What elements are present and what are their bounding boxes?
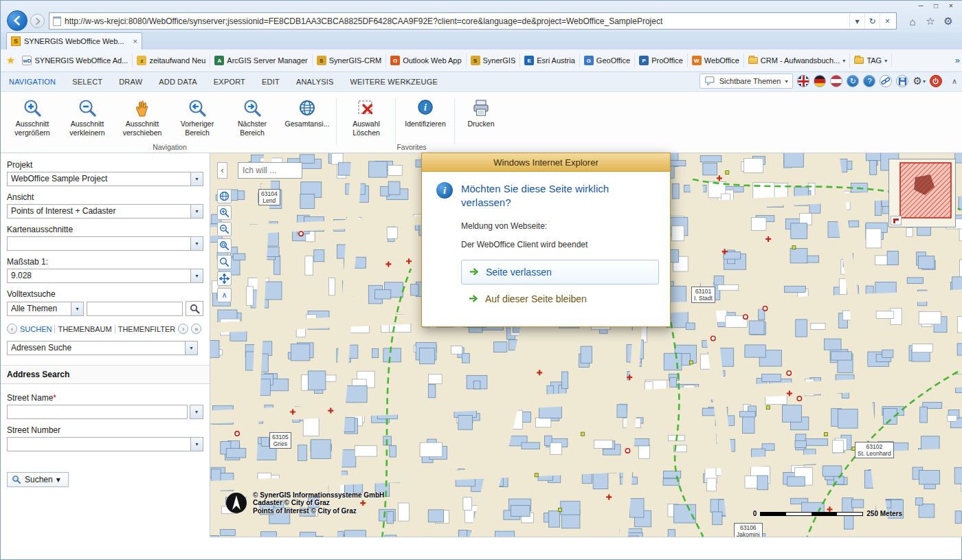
- map-pan-icon[interactable]: [217, 271, 232, 286]
- tab-select[interactable]: SELECT: [72, 78, 102, 86]
- help-icon[interactable]: ?: [863, 75, 875, 87]
- zoom-out-button[interactable]: Ausschnittverkleinern: [60, 94, 115, 139]
- reload-icon[interactable]: ↻: [847, 75, 859, 87]
- chevron-down-icon[interactable]: ▾: [71, 302, 83, 315]
- tools-gear-icon[interactable]: ⚙: [941, 14, 956, 29]
- favorites-item[interactable]: TAG▾: [850, 54, 892, 67]
- suchen-button[interactable]: Suchen ▾: [7, 472, 69, 487]
- favorites-item[interactable]: OOutlook Web App: [386, 54, 466, 67]
- tab-edit[interactable]: EDIT: [262, 78, 280, 86]
- leave-page-button[interactable]: Seite verlassen: [461, 260, 659, 284]
- language-english-icon[interactable]: [797, 75, 809, 87]
- tabs-scroll-left-icon[interactable]: ‹: [7, 324, 17, 334]
- identify-icon: i: [416, 94, 435, 117]
- map-zoom-window-icon[interactable]: [217, 238, 232, 253]
- volltextsuche-scope-select[interactable]: Alle Themen ▾: [7, 302, 84, 316]
- tab-themenfilter[interactable]: THEMENFILTER: [118, 325, 176, 333]
- button-label: Ausschnitt: [71, 120, 104, 128]
- tab-draw[interactable]: DRAW: [119, 78, 142, 86]
- favorites-item[interactable]: SSynerGIS: [467, 54, 521, 67]
- tab-navigation[interactable]: NAVIGATION: [9, 78, 56, 86]
- tab-add-data[interactable]: ADD DATA: [159, 78, 197, 86]
- collapse-ribbon-icon[interactable]: ∧: [952, 77, 957, 86]
- favorites-item[interactable]: zzeitaufwand Neu: [133, 54, 210, 67]
- language-austrian-icon[interactable]: [830, 75, 842, 87]
- favorites-item[interactable]: AArcGIS Server Manager: [210, 54, 312, 67]
- tab-close-icon[interactable]: ×: [133, 37, 137, 45]
- massstab-select[interactable]: 9.028 ▾: [7, 269, 203, 283]
- add-favorite-icon[interactable]: ★: [6, 54, 15, 67]
- previous-extent-button[interactable]: VorherigerBereich: [170, 94, 225, 139]
- street-number-select[interactable]: ▾: [7, 437, 203, 451]
- map-zoom-scale-icon[interactable]: [217, 255, 232, 269]
- favorites-item[interactable]: WWebOffice: [688, 54, 744, 67]
- save-icon[interactable]: [896, 75, 908, 87]
- chevron-down-icon[interactable]: ▾: [185, 341, 197, 355]
- chevron-down-icon[interactable]: ▾: [190, 205, 203, 218]
- back-button[interactable]: [7, 10, 27, 31]
- chevron-down-icon[interactable]: ▾: [190, 172, 203, 186]
- autocomplete-dropdown-icon[interactable]: ▾: [849, 14, 864, 28]
- close-button[interactable]: ×: [943, 1, 959, 12]
- ansicht-select[interactable]: Points of Interest + Cadaster ▾: [7, 204, 203, 219]
- clear-selection-button[interactable]: AuswahlLöschen: [339, 94, 394, 139]
- pan-button[interactable]: Ausschnittverschieben: [115, 94, 170, 139]
- maximize-button[interactable]: □: [928, 1, 943, 12]
- visible-themes-button[interactable]: Sichtbare Themen ▾: [700, 74, 794, 89]
- link-icon[interactable]: [880, 75, 892, 87]
- favorites-item[interactable]: PProOffice: [635, 54, 688, 67]
- tab-themenbaum[interactable]: THEMENBAUM: [58, 325, 111, 333]
- ich-will-input[interactable]: [238, 162, 302, 179]
- forward-button[interactable]: [30, 14, 45, 28]
- logout-power-icon[interactable]: [930, 75, 942, 87]
- map-globe-icon[interactable]: [217, 189, 232, 203]
- chevron-down-icon[interactable]: ▾: [190, 269, 203, 282]
- browser-tab[interactable]: S SYNERGIS WebOffice Web... ×: [6, 32, 142, 49]
- map-zoom-out-icon[interactable]: [217, 222, 232, 236]
- minimize-button[interactable]: ─: [913, 1, 928, 12]
- identify-button[interactable]: i Identifizieren: [398, 94, 453, 139]
- search-type-select[interactable]: Adressen Suche ▾: [7, 341, 198, 355]
- full-extent-button[interactable]: Gesamtansi...: [280, 94, 335, 139]
- favorites-item[interactable]: GGeoOffice: [580, 54, 635, 67]
- favorites-item[interactable]: EEsri Austria: [520, 54, 580, 67]
- dialog-titlebar[interactable]: Windows Internet Explorer: [422, 153, 670, 172]
- map-zoom-in-icon[interactable]: [217, 205, 232, 220]
- tool-strip-collapse-icon[interactable]: ∧: [217, 288, 232, 302]
- url-text[interactable]: http://w-ws-krejci:8080/WebOffice/synser…: [65, 16, 849, 26]
- browser-window: ─ □ × http://w-ws-krejci:8080/WebOffice/…: [0, 0, 962, 560]
- tab-export[interactable]: EXPORT: [214, 78, 245, 86]
- street-name-input[interactable]: [7, 405, 188, 419]
- settings-gear-icon[interactable]: ⚙▾: [913, 75, 925, 87]
- tab-suchen[interactable]: SUCHEN: [20, 325, 52, 333]
- stay-on-page-button[interactable]: Auf dieser Seite bleiben: [461, 288, 659, 310]
- projekt-select[interactable]: WebOffice Sample Project ▾: [7, 172, 203, 186]
- next-extent-button[interactable]: NächsterBereich: [225, 94, 280, 139]
- favorites-overflow-icon[interactable]: »: [955, 55, 960, 65]
- zoom-in-button[interactable]: Ausschnittvergrößern: [5, 94, 60, 139]
- street-name-dropdown-icon[interactable]: ▾: [190, 405, 203, 419]
- overview-toggle-button[interactable]: [891, 216, 902, 225]
- street-number-value: [8, 438, 190, 451]
- tabs-scroll-right-icon[interactable]: ›: [178, 324, 188, 334]
- tab-weitere-werkzeuge[interactable]: WEITERE WERKZEUGE: [350, 78, 438, 86]
- language-german-icon[interactable]: [814, 75, 826, 87]
- home-icon[interactable]: ⌂: [905, 14, 920, 29]
- chevron-down-icon[interactable]: ▾: [190, 237, 203, 250]
- collapse-sidebar-icon[interactable]: ‹: [217, 162, 227, 179]
- favorites-item[interactable]: SSynerGIS-CRM: [313, 54, 386, 67]
- kartenausschnitte-select[interactable]: ▾: [7, 236, 203, 251]
- address-bar[interactable]: http://w-ws-krejci:8080/WebOffice/synser…: [49, 12, 897, 30]
- overview-map[interactable]: [888, 159, 956, 227]
- favorites-item[interactable]: CRM - Aufwandsbuch...▾: [744, 54, 851, 67]
- print-button[interactable]: Drucken: [457, 94, 505, 139]
- favorites-star-icon[interactable]: ☆: [923, 14, 938, 29]
- volltextsuche-search-button[interactable]: [186, 301, 203, 316]
- stop-icon[interactable]: ×: [880, 14, 895, 28]
- refresh-icon[interactable]: ↻: [864, 14, 880, 28]
- tabs-more-icon[interactable]: »: [191, 324, 201, 334]
- chevron-down-icon[interactable]: ▾: [190, 438, 203, 451]
- volltextsuche-input[interactable]: [87, 302, 183, 316]
- tab-analysis[interactable]: ANALYSIS: [296, 78, 334, 86]
- favorites-item[interactable]: wDSYNERGIS WebOffice Ad...: [18, 54, 133, 67]
